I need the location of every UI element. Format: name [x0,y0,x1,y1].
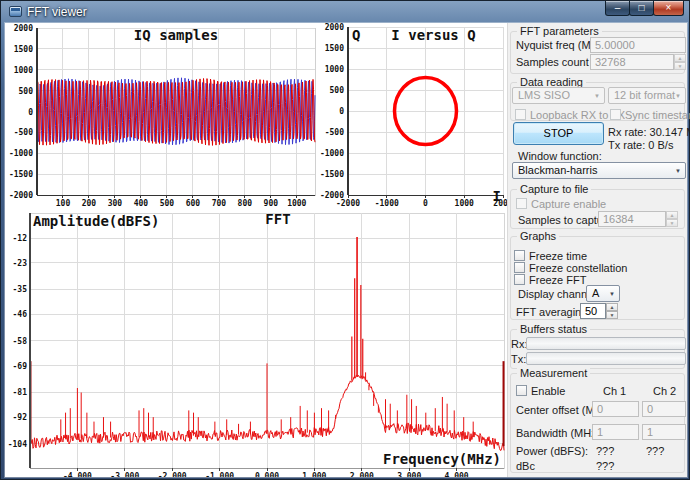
svg-text:-81: -81 [13,388,28,397]
window-function-select[interactable]: Blackman-harris ▼ [512,162,686,179]
maximize-button[interactable]: □ [629,1,654,16]
fft-canvas[interactable]: -12-23-35-46-58-69-81-92-104-4.000-3.000… [5,208,507,477]
svg-text:1500: 1500 [325,44,344,53]
svg-text:-2000: -2000 [336,199,360,208]
samples-to-capture-spinner: ▲ ▼ [666,211,678,227]
svg-text:1000: 1000 [325,65,344,74]
i-versus-q-canvas[interactable]: 2000150010005000-500-1000-1500-2000-2000… [319,23,507,208]
svg-text:0: 0 [423,199,428,208]
dbc-value: ??? [596,460,614,472]
device-select: LMS SISO ▼ [512,87,605,104]
caption-buttons: – □ × [606,1,684,16]
center-offset-ch1-value: 0 [597,403,603,415]
svg-text:-500: -500 [325,128,344,137]
svg-text:-1.000: -1.000 [205,472,234,477]
svg-text:-500: -500 [14,128,33,137]
svg-text:2000: 2000 [325,23,344,32]
svg-text:-46: -46 [13,310,28,319]
svg-text:-104: -104 [8,440,27,449]
svg-text:400: 400 [134,199,149,208]
tx-rate-text: Tx rate: 0 B/s [608,139,673,151]
chevron-down-icon: ▼ [675,168,681,174]
svg-text:900: 900 [264,199,279,208]
close-icon: × [666,2,672,13]
control-panel: FFT parameters Nyquist freq (MHz): 5.000… [507,23,687,477]
svg-text:-1500: -1500 [9,170,33,179]
svg-text:I: I [493,188,501,204]
rx-buffer-progressbar [526,337,686,350]
measurement-enable-checkbox[interactable] [516,385,527,396]
samples-count-field: 32768 [590,54,674,70]
spin-up-icon: ▲ [606,303,618,311]
spin-up-icon: ▲ [674,54,686,62]
chevron-down-icon: ▼ [609,291,615,297]
svg-text:600: 600 [186,199,201,208]
power-ch1-value: ??? [596,445,614,457]
display-channel-value: A [592,287,599,299]
device-value: LMS SISO [518,89,570,101]
loopback-checkbox [515,109,526,120]
plots-area: 2000150010005000-500-1000-1500-200010020… [5,23,507,477]
iq-samples-plot[interactable]: 2000150010005000-500-1000-1500-200010020… [5,23,319,208]
ch2-header: Ch 2 [653,385,676,397]
svg-text:-2.000: -2.000 [158,472,187,477]
fft-averaging-value: 50 [585,305,597,317]
svg-text:2.000: 2.000 [350,472,374,477]
app-icon [9,6,22,17]
svg-text:3.000: 3.000 [397,472,421,477]
samples-count-spinner: ▲ ▼ [674,54,686,70]
svg-text:1000: 1000 [455,199,474,208]
svg-text:-4.000: -4.000 [63,472,92,477]
window-title: FFT viewer [27,5,87,19]
fft-averaging-spinner[interactable]: ▲ ▼ [606,303,618,319]
i-versus-q-plot[interactable]: 2000150010005000-500-1000-1500-2000-2000… [319,23,507,208]
freeze-fft-checkbox[interactable] [514,274,525,285]
stop-button[interactable]: STOP [513,122,604,145]
window-function-label: Window function: [518,150,602,162]
iq-samples-canvas[interactable]: 2000150010005000-500-1000-1500-200010020… [5,23,319,208]
tx-buffer-label: Tx: [511,353,526,365]
maximize-icon: □ [638,2,644,13]
freeze-time-checkbox[interactable] [514,250,525,261]
svg-text:-1000: -1000 [375,199,399,208]
bandwidth-ch2-field: 1 [642,424,686,440]
svg-text:-1500: -1500 [320,170,344,179]
svg-text:-2000: -2000 [9,191,33,200]
fft-averaging-field[interactable]: 50 [580,303,606,319]
svg-text:0: 0 [28,108,33,117]
spin-down-icon: ▼ [606,311,618,319]
svg-text:100: 100 [56,199,71,208]
nyquist-freq-field: 5.00000 [590,37,686,53]
svg-text:-3.000: -3.000 [110,472,139,477]
group-measurement-title: Measurement [517,367,590,379]
display-channel-select[interactable]: A ▼ [586,285,620,302]
chevron-down-icon: ▼ [594,93,600,99]
svg-text:300: 300 [108,199,123,208]
samples-count-label: Samples count [516,56,589,68]
svg-text:Frequency(MHz): Frequency(MHz) [383,451,501,467]
fft-plot[interactable]: -12-23-35-46-58-69-81-92-104-4.000-3.000… [5,208,507,477]
samples-count-value: 32768 [595,56,626,68]
minimize-icon: – [615,2,621,13]
svg-text:-92: -92 [13,413,28,422]
constellation-grid [348,27,503,195]
center-offset-ch1-field: 0 [592,401,639,417]
group-graphs-title: Graphs [517,230,559,242]
freeze-constellation-checkbox[interactable] [514,262,525,273]
svg-text:-23: -23 [13,259,28,268]
spin-up-icon: ▲ [666,211,678,219]
center-offset-ch2-value: 0 [647,403,653,415]
close-button[interactable]: × [653,1,684,16]
bandwidth-ch1-value: 1 [597,426,603,438]
svg-text:1500: 1500 [14,45,33,54]
spin-down-icon: ▼ [674,62,686,70]
capture-enable-checkbox [516,198,527,209]
titlebar[interactable]: FFT viewer – □ × [1,1,689,23]
svg-text:-69: -69 [13,362,28,371]
sync-timestamp-checkbox [610,109,621,120]
minimize-button[interactable]: – [605,1,630,16]
sync-timestamp-label: Sync timestamp [625,109,690,121]
samples-to-capture-field: 16384 [598,211,666,227]
window-function-value: Blackman-harris [518,164,597,176]
nyquist-freq-value: 5.00000 [595,39,635,51]
